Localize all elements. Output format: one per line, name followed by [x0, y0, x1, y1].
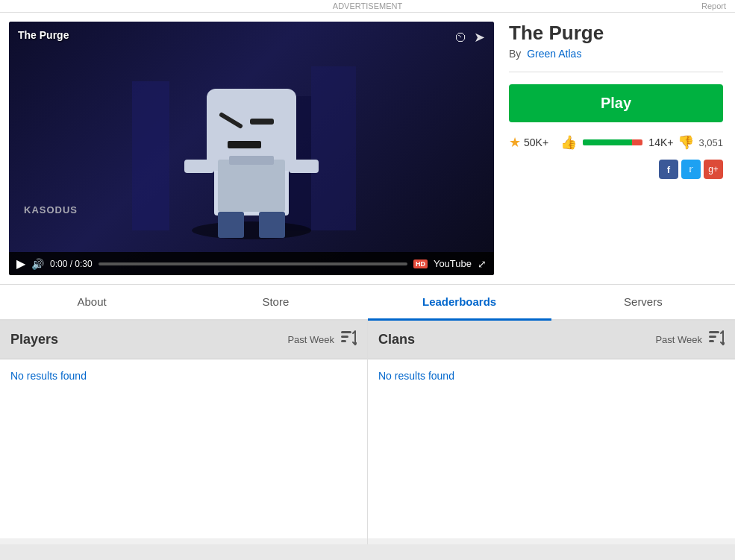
video-controls: ▶ 🔊 0:00 / 0:30 HD YouTube ⤢	[9, 252, 494, 275]
tab-leaderboards[interactable]: Leaderboards	[368, 285, 551, 321]
clans-controls: Past Week	[655, 330, 725, 350]
twitter-button[interactable]: 𝕣	[681, 160, 701, 179]
players-body: No results found	[0, 359, 367, 538]
svg-rect-11	[218, 212, 244, 238]
video-play-button[interactable]: ▶	[16, 257, 25, 271]
video-title-overlay: The Purge	[18, 29, 69, 41]
svg-rect-9	[184, 160, 214, 173]
svg-rect-7	[250, 119, 274, 125]
stats-row: ★ 50K+ 👍 14K+ 👎 3,051	[509, 134, 723, 151]
report-link[interactable]: Report	[701, 1, 726, 10]
tabs-bar: About Store Leaderboards Servers	[0, 285, 735, 321]
progress-bar[interactable]	[98, 262, 407, 265]
thumbup-icon: 👍	[560, 134, 577, 151]
leaderboard-area: Players Past Week No results found	[0, 321, 735, 544]
googleplus-button[interactable]: g+	[704, 160, 723, 179]
author-prefix: By	[509, 48, 521, 60]
clans-section: Clans Past Week No results found	[368, 321, 735, 544]
clans-no-results: No results found	[378, 370, 454, 382]
social-icons: f 𝕣 g+	[509, 160, 723, 179]
vote-green-fill	[583, 139, 632, 145]
clans-sort-icon[interactable]	[708, 330, 725, 350]
svg-rect-16	[341, 336, 348, 338]
play-game-button[interactable]: Play	[509, 84, 723, 122]
clock-icon: ⏲	[454, 30, 468, 45]
main-content: The Purge ⏲ ➤	[0, 13, 735, 285]
players-header: Players Past Week	[0, 321, 367, 359]
youtube-label: YouTube	[434, 258, 472, 269]
svg-rect-14	[229, 156, 274, 165]
share-icon: ➤	[474, 29, 485, 45]
players-period: Past Week	[287, 334, 334, 345]
svg-rect-15	[341, 331, 351, 333]
clans-title: Clans	[378, 332, 415, 347]
tab-store[interactable]: Store	[184, 285, 367, 321]
game-title: The Purge	[509, 22, 723, 45]
vote-bar	[583, 139, 642, 145]
dislikes-count: 3,051	[698, 137, 723, 148]
kasodus-text: KASODUS	[24, 204, 78, 215]
top-bar: ADVERTISEMENT Report	[0, 0, 735, 13]
likes-stat: 👍 14K+ 👎 3,051	[560, 134, 723, 151]
svg-rect-10	[289, 160, 319, 173]
svg-rect-12	[259, 212, 285, 238]
divider	[509, 72, 723, 72]
time-display: 0:00 / 0:30	[50, 259, 93, 269]
svg-rect-18	[709, 331, 719, 333]
svg-rect-0	[132, 81, 169, 230]
svg-rect-19	[709, 336, 716, 338]
favorites-stat: ★ 50K+	[509, 134, 548, 151]
tab-about[interactable]: About	[0, 285, 184, 321]
svg-rect-8	[228, 141, 261, 148]
clans-period: Past Week	[655, 334, 702, 345]
hd-badge: HD	[413, 259, 428, 268]
tab-servers[interactable]: Servers	[551, 285, 735, 321]
thumbdown-icon: 👎	[678, 134, 694, 151]
volume-button[interactable]: 🔊	[31, 258, 44, 270]
fullscreen-icon[interactable]: ⤢	[478, 258, 487, 270]
advertisement-label: ADVERTISEMENT	[333, 1, 402, 10]
character-svg	[132, 22, 371, 245]
likes-count: 14K+	[648, 136, 673, 148]
info-panel: The Purge By Green Atlas Play ★ 50K+ 👍 1…	[506, 22, 726, 275]
svg-rect-13	[218, 160, 285, 212]
svg-rect-20	[709, 340, 714, 342]
players-controls: Past Week	[287, 330, 357, 350]
author-link[interactable]: Green Atlas	[527, 48, 581, 60]
video-container: The Purge ⏲ ➤	[9, 22, 494, 275]
clans-header: Clans Past Week	[368, 321, 735, 359]
players-section: Players Past Week No results found	[0, 321, 368, 544]
star-icon: ★	[509, 134, 521, 151]
svg-rect-1	[311, 66, 356, 230]
players-sort-icon[interactable]	[340, 330, 357, 350]
clans-body: No results found	[368, 359, 735, 538]
twitter-icon: 𝕣	[689, 164, 693, 174]
players-title: Players	[10, 332, 58, 347]
svg-point-3	[192, 221, 311, 239]
facebook-button[interactable]: f	[659, 160, 678, 179]
video-icons-overlay: ⏲ ➤	[454, 29, 485, 45]
vote-red-fill	[632, 139, 642, 145]
favorites-count: 50K+	[524, 136, 548, 148]
game-author: By Green Atlas	[509, 48, 723, 60]
svg-rect-17	[341, 340, 346, 342]
video-scene: The Purge ⏲ ➤	[9, 22, 494, 275]
players-no-results: No results found	[10, 370, 87, 382]
